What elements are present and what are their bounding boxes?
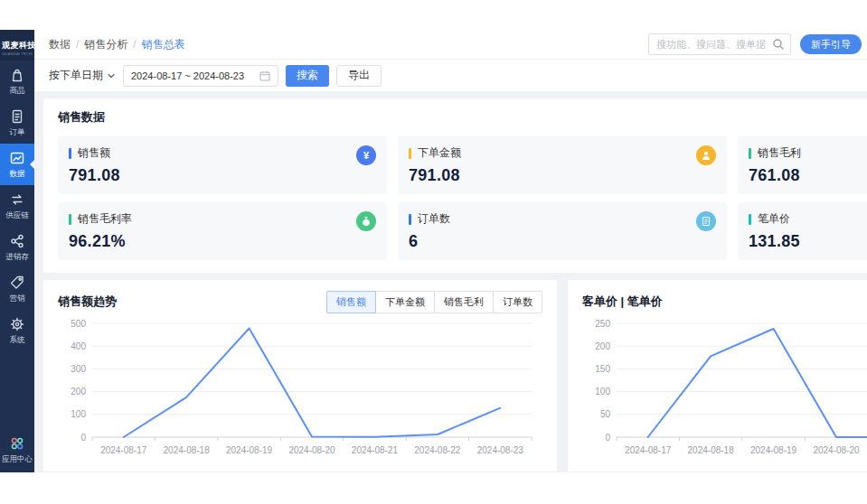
unit-price-line-chart[interactable]: 0501001502002502024-08-172024-08-182024-…	[582, 313, 867, 461]
metric-value: 6	[409, 232, 716, 251]
metric-card-order-count: 订单数 6	[398, 202, 727, 260]
date-range-input[interactable]: 2024-08-17 ~ 2024-08-23	[123, 65, 278, 87]
tab-order-amount[interactable]: 下单金额	[375, 291, 435, 313]
metric-card-per-order-value: 笔单价 131.85	[738, 202, 867, 260]
metric-value: 96.21%	[69, 232, 376, 251]
sidebar-spacer	[0, 351, 34, 430]
unit-price-title: 客单价 | 笔单价	[582, 294, 663, 310]
marketing-icon	[1, 275, 33, 291]
main-area: 数据 / 销售分析 / 销售总表 新手引导 按下单日期 2024-08-1	[34, 30, 867, 472]
sidebar-item-marketing[interactable]: 营销	[0, 268, 34, 310]
metric-value: 761.08	[749, 166, 867, 185]
system-icon	[1, 316, 33, 332]
sidebar-item-app-center[interactable]: 应用中心	[0, 430, 34, 472]
tab-order-count[interactable]: 订单数	[493, 291, 542, 313]
brand-subtitle: GUANMAI TECHNOLOGY	[2, 51, 33, 56]
topbar-right: 新手引导	[648, 33, 862, 55]
svg-text:300: 300	[71, 364, 86, 374]
chevron-down-icon	[107, 71, 116, 80]
date-type-dropdown[interactable]: 按下单日期	[49, 68, 116, 83]
svg-text:500: 500	[71, 319, 86, 329]
svg-text:250: 250	[595, 319, 610, 329]
svg-text:400: 400	[71, 341, 86, 351]
orders-icon	[1, 108, 33, 125]
svg-text:150: 150	[595, 364, 610, 374]
metric-grid: 销售额 ¥ 791.08 下单金额	[58, 136, 867, 260]
app-center-icon	[1, 435, 33, 452]
svg-text:2024-08-21: 2024-08-21	[352, 445, 399, 455]
svg-text:100: 100	[595, 387, 610, 397]
beginner-guide-button[interactable]: 新手引导	[800, 34, 862, 54]
accent-bar	[69, 214, 71, 225]
charts-row: 销售额趋势 销售额 下单金额 销售毛利 订单数 0100200300400500…	[43, 280, 867, 471]
metric-card-sales-amount: 销售额 ¥ 791.08	[58, 136, 387, 194]
tab-gross-profit[interactable]: 销售毛利	[434, 291, 494, 313]
metric-value: 791.08	[409, 166, 716, 185]
topbar: 数据 / 销售分析 / 销售总表 新手引导	[34, 30, 867, 60]
metric-card-gross-profit: 销售毛利 761.08	[738, 136, 867, 194]
search-button[interactable]: 搜索	[286, 65, 329, 87]
svg-text:2024-08-19: 2024-08-19	[226, 445, 273, 455]
data-icon	[1, 150, 33, 166]
user-icon	[696, 145, 716, 165]
sales-trend-title: 销售额趋势	[58, 294, 117, 310]
svg-text:0: 0	[605, 433, 610, 443]
svg-text:2024-08-22: 2024-08-22	[414, 445, 461, 455]
metric-value: 131.85	[749, 232, 867, 251]
svg-text:2024-08-17: 2024-08-17	[625, 445, 672, 455]
svg-text:200: 200	[595, 341, 610, 351]
sidebar-item-data[interactable]: 数据	[0, 144, 34, 185]
global-search[interactable]	[648, 33, 791, 55]
sales-trend-line-chart[interactable]: 01002003004005002024-08-172024-08-182024…	[58, 313, 542, 461]
inventory-icon	[1, 233, 33, 249]
global-search-input[interactable]	[656, 39, 772, 50]
sidebar-item-supply-chain[interactable]: 供应链	[0, 185, 34, 227]
accent-bar	[749, 148, 751, 159]
export-button[interactable]: 导出	[336, 65, 382, 87]
search-icon[interactable]	[772, 38, 785, 51]
sales-data-title: 销售数据	[58, 109, 867, 126]
unit-price-chart-card: 客单价 | 笔单价 0501001502002502024-08-172024-…	[568, 280, 867, 471]
breadcrumb: 数据 / 销售分析 / 销售总表	[49, 37, 185, 52]
accent-bar	[69, 148, 71, 159]
app-window: 观麦科技 GUANMAI TECHNOLOGY 商品 订单 数据 供	[0, 30, 867, 472]
svg-text:2024-08-20: 2024-08-20	[813, 445, 860, 455]
breadcrumb-sales-summary: 销售总表	[142, 37, 185, 52]
tab-sales-amount[interactable]: 销售额	[326, 291, 376, 313]
filterbar: 按下单日期 2024-08-17 ~ 2024-08-23 搜索 导出	[34, 60, 867, 91]
svg-text:200: 200	[71, 387, 86, 397]
brand-name: 观麦科技	[2, 41, 36, 50]
svg-text:2024-08-19: 2024-08-19	[750, 445, 797, 455]
breadcrumb-sales-analysis[interactable]: 销售分析	[84, 37, 127, 52]
document-icon	[696, 211, 716, 231]
accent-bar	[409, 214, 411, 225]
breadcrumb-data[interactable]: 数据	[49, 37, 71, 52]
sidebar-item-system[interactable]: 系统	[0, 310, 34, 351]
sidebar-item-inventory[interactable]: 进销存	[0, 227, 34, 268]
svg-text:2024-08-18: 2024-08-18	[164, 445, 211, 455]
svg-text:50: 50	[600, 409, 611, 419]
sidebar: 观麦科技 GUANMAI TECHNOLOGY 商品 订单 数据 供	[0, 30, 34, 472]
metric-value: 791.08	[69, 166, 376, 185]
sales-data-section: 销售数据 销售额 ¥ 791.08	[43, 98, 867, 273]
money-bag-icon	[356, 211, 376, 231]
svg-text:100: 100	[71, 409, 86, 419]
calendar-icon	[259, 70, 270, 81]
svg-text:2024-08-18: 2024-08-18	[688, 445, 735, 455]
sidebar-item-goods[interactable]: 商品	[0, 61, 34, 102]
svg-text:0: 0	[80, 433, 86, 443]
supply-chain-icon	[1, 191, 33, 208]
metric-card-gross-margin: 销售毛利率 96.21%	[58, 202, 387, 260]
svg-text:2024-08-17: 2024-08-17	[100, 445, 147, 455]
metric-card-order-amount: 下单金额 791.08	[398, 136, 727, 194]
sales-trend-chart-card: 销售额趋势 销售额 下单金额 销售毛利 订单数 0100200300400500…	[43, 280, 557, 471]
trend-metric-tabs: 销售额 下单金额 销售毛利 订单数	[326, 291, 542, 313]
sidebar-item-orders[interactable]: 订单	[0, 102, 34, 144]
svg-text:2024-08-20: 2024-08-20	[288, 445, 335, 455]
content: 销售数据 销售额 ¥ 791.08	[34, 91, 867, 472]
goods-icon	[1, 67, 33, 83]
svg-text:2024-08-23: 2024-08-23	[477, 445, 524, 455]
accent-bar	[409, 148, 411, 159]
accent-bar	[749, 214, 751, 225]
yuan-icon: ¥	[356, 145, 376, 165]
